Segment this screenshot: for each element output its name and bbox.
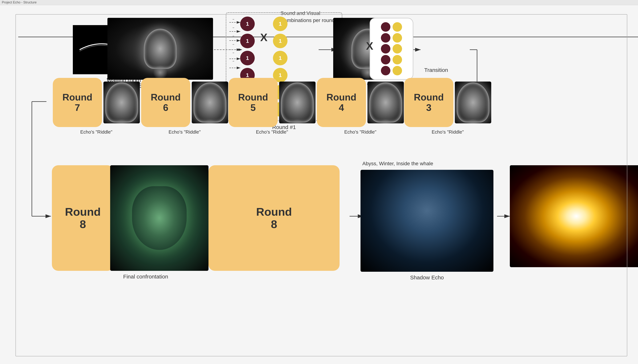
- round5-riddle-label: Echo's "Riddle": [256, 129, 288, 135]
- round6-pill-text: Round6: [151, 92, 181, 113]
- round6-jellyfish: [192, 82, 228, 124]
- round7-pair: Round7: [53, 78, 140, 127]
- round7-pill-text: Round7: [63, 92, 93, 113]
- round4-jellyfish: [367, 82, 404, 124]
- transition-label: Transition: [424, 67, 448, 73]
- round2-x: X: [366, 40, 373, 52]
- shadow-echo-label: Shadow Echo: [360, 274, 493, 281]
- r2-dark1: [381, 22, 390, 32]
- light-burst-image: [510, 165, 638, 267]
- round3-block: Round3 Echo's "Riddle": [404, 78, 491, 135]
- round8-left-area: Round8: [52, 165, 209, 271]
- round7-block: Round7 Echo's "Riddle": [53, 78, 140, 135]
- round6-pair: Round6: [141, 78, 228, 127]
- round7-pill: Round7: [53, 78, 102, 127]
- round2-row5: [381, 66, 402, 75]
- round5-pill-text: Round5: [238, 92, 268, 113]
- round7-jellyfish: [104, 82, 140, 124]
- round8-second-pill: Round8: [209, 165, 340, 271]
- light-visual: [510, 165, 638, 267]
- r2-yellow1: [393, 22, 402, 32]
- round6-riddle-label: Echo's "Riddle": [169, 129, 201, 135]
- round6-block: Round6 Echo's "Riddle": [141, 78, 228, 135]
- round4-block: Round4 Echo's "Riddle": [317, 78, 404, 135]
- round6-image: [192, 82, 228, 124]
- round3-riddle-label: Echo's "Riddle": [432, 129, 464, 135]
- round2-row3: [381, 44, 402, 54]
- round2-row2: [381, 33, 402, 42]
- echos-chamber-box: [108, 18, 213, 80]
- yellow-dot-1: 1: [273, 16, 288, 31]
- round5-pill: Round5: [229, 78, 278, 127]
- r2-dark5: [381, 66, 390, 75]
- round3-jellyfish: [455, 82, 491, 124]
- round3-pair: Round3: [404, 78, 491, 127]
- r3-ji: [457, 82, 489, 122]
- arrow6: →: [232, 60, 235, 63]
- jellyfish-inner: [144, 29, 177, 69]
- r2-yellow2: [393, 33, 402, 42]
- arrow2: →: [232, 26, 235, 29]
- yellow-dot-2: 1: [273, 34, 288, 48]
- round4-image: [367, 82, 404, 124]
- canvas: Waiting room Echo's Chamber Sound and Vi…: [0, 5, 638, 364]
- jellyfish-visual: [108, 18, 213, 80]
- yellow-dot-3: 1: [273, 51, 288, 65]
- dark-dot-3: 1: [240, 51, 255, 65]
- round8-left-pill: Round8: [52, 165, 114, 271]
- round8-confrontation-img: [110, 165, 209, 271]
- round1-arrows-col: → → → → → →: [232, 16, 235, 63]
- confrontation-inner: [132, 186, 187, 250]
- round3-pill-text: Round3: [414, 92, 444, 113]
- r2-yellow5: [393, 66, 402, 75]
- round5-pair: Round5: [229, 78, 316, 127]
- round4-riddle-label: Echo's "Riddle": [344, 129, 377, 135]
- arrow1: →: [232, 18, 235, 21]
- round3-pill: Round3: [404, 78, 453, 127]
- round4-pair: Round4: [317, 78, 404, 127]
- abyss-label: Abyss, Winter, Inside the whale: [360, 161, 493, 166]
- round5-block: Round5 Echo's "Riddle": [229, 78, 316, 135]
- r7-ji: [105, 82, 138, 122]
- round4-pill-text: Round4: [326, 92, 356, 113]
- round5-image: [279, 82, 316, 124]
- round7-image: [104, 82, 140, 124]
- round6-pill: Round6: [141, 78, 190, 127]
- r2-yellow4: [393, 55, 402, 64]
- round5-jellyfish: [279, 82, 316, 124]
- round2-row4: [381, 55, 402, 64]
- round3-image: [455, 82, 491, 124]
- title-bar: Project Echo - Structure: [0, 0, 638, 5]
- arrow3: →: [232, 34, 235, 38]
- round1-x: X: [260, 16, 267, 44]
- r2-dark4: [381, 55, 390, 64]
- r4-ji: [369, 82, 402, 122]
- round8-second-area: Round8: [209, 165, 340, 271]
- r6-ji: [194, 82, 226, 122]
- final-confrontation-label: Final confrontation: [80, 274, 211, 280]
- shadow-echo-image: [360, 170, 493, 272]
- arrow5: →: [232, 51, 235, 54]
- round7-riddle-label: Echo's "Riddle": [80, 129, 113, 135]
- confrontation-visual: [110, 165, 209, 271]
- dark-dot-1: 1: [240, 16, 255, 31]
- round8-second-pill-text: Round8: [256, 206, 292, 230]
- r5-ji: [281, 82, 314, 122]
- light-burst-area: [510, 165, 638, 267]
- abyss-section: Abyss, Winter, Inside the whale Shadow E…: [360, 161, 493, 281]
- r2-yellow3: [393, 44, 402, 54]
- shadow-visual: [360, 170, 493, 272]
- r2-dark3: [381, 44, 390, 54]
- round2-grid: [370, 18, 413, 80]
- round4-pill: Round4: [317, 78, 366, 127]
- round8-left-pill-text: Round8: [65, 206, 101, 230]
- dark-dot-2: 1: [240, 34, 255, 48]
- title-text: Project Echo - Structure: [2, 0, 37, 4]
- arrow4: →: [232, 43, 235, 46]
- r2-dark2: [381, 33, 390, 42]
- round2-row1: [381, 22, 402, 32]
